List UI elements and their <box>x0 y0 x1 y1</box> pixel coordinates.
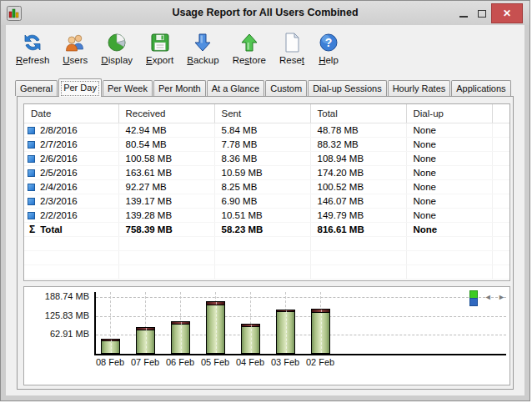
table-row[interactable]: 2/5/2016163.61 MB10.59 MB174.20 MBNone <box>24 165 509 179</box>
tab-general[interactable]: General <box>15 80 58 96</box>
total-cell: 48.78 MB <box>310 123 406 137</box>
usage-bar <box>206 301 225 354</box>
legend-sent-swatch[interactable] <box>469 298 478 306</box>
backup-button[interactable]: Backup <box>180 29 225 68</box>
tabstrip: General Per Day Per Week Per Month At a … <box>15 78 515 97</box>
restore-button[interactable]: Restore <box>226 29 273 68</box>
tab-per-month[interactable]: Per Month <box>153 80 206 96</box>
header-total[interactable]: Total <box>310 104 406 123</box>
header-date[interactable]: Date <box>24 104 118 123</box>
empty-cell <box>310 250 406 264</box>
tab-at-a-glance[interactable]: At a Glance <box>207 80 264 96</box>
usage-bar <box>241 324 260 354</box>
close-button[interactable]: ✕ <box>491 3 523 23</box>
tab-dial-up-sessions[interactable]: Dial-up Sessions <box>308 80 387 96</box>
bar-center-line <box>111 340 112 353</box>
sent-cell: 10.59 MB <box>214 165 310 179</box>
date-text: 2/3/2016 <box>40 196 78 206</box>
x-axis-label: 03 Feb <box>267 357 304 367</box>
scroll-right-button[interactable]: ► <box>498 293 505 301</box>
close-icon: ✕ <box>503 8 511 19</box>
blue-square-icon <box>28 127 35 134</box>
usage-table: Date Received Sent Total Dial-up 2/8/201… <box>24 104 509 280</box>
header-sent[interactable]: Sent <box>214 104 310 123</box>
bar-center-line <box>216 302 217 353</box>
filler-cell <box>492 165 509 179</box>
date-text: 2/2/2016 <box>40 210 78 220</box>
help-button[interactable]: ? Help <box>311 29 346 68</box>
table-total-row[interactable]: ΣTotal758.39 MB58.23 MB816.61 MBNone <box>24 222 509 236</box>
empty-cell <box>24 250 118 264</box>
total-cell: 146.07 MB <box>310 194 406 208</box>
window-controls: ✕ <box>454 3 523 23</box>
backup-icon <box>192 32 213 53</box>
total-cell: 108.94 MB <box>310 151 406 165</box>
x-axis-label: 07 Feb <box>127 357 163 367</box>
table-row[interactable]: 2/3/2016139.17 MB6.90 MB146.07 MBNone <box>24 194 509 208</box>
tab-per-day[interactable]: Per Day <box>58 78 102 97</box>
toolbar-label: Backup <box>187 55 218 65</box>
blue-square-icon <box>28 212 35 219</box>
display-button[interactable]: Display <box>94 29 139 68</box>
x-axis-label: 08 Feb <box>92 357 128 367</box>
toolbar-label: Reset <box>279 55 304 65</box>
header-dialup[interactable]: Dial-up <box>406 104 492 123</box>
toolbar-label: Help <box>319 55 339 65</box>
dialup-cell: None <box>406 123 492 137</box>
refresh-button[interactable]: Refresh <box>9 29 56 68</box>
empty-cell <box>310 236 406 250</box>
sent-cell: 5.84 MB <box>214 123 310 137</box>
date-text: 2/6/2016 <box>40 154 78 164</box>
usage-table-panel: Date Received Sent Total Dial-up 2/8/201… <box>23 103 510 281</box>
tab-applications[interactable]: Applications <box>451 80 510 96</box>
table-row[interactable]: 2/4/201692.27 MB8.25 MB100.52 MBNone <box>24 179 509 194</box>
table-row[interactable]: 2/7/201680.54 MB7.78 MB88.32 MBNone <box>24 137 509 151</box>
minimize-button[interactable] <box>454 3 473 23</box>
toolbar: Refresh Users Display <box>9 29 521 76</box>
maximize-button[interactable] <box>473 3 491 23</box>
total-cell: 100.52 MB <box>310 179 406 194</box>
table-row[interactable]: 2/6/2016100.58 MB8.36 MB108.94 MBNone <box>24 151 509 165</box>
y-gridline <box>96 335 506 335</box>
client-area: Refresh Users Display <box>6 25 524 395</box>
refresh-icon <box>22 32 43 53</box>
tab-hourly-rates[interactable]: Hourly Rates <box>388 80 451 96</box>
reset-button[interactable]: Reset <box>273 29 311 68</box>
toolbar-label: Refresh <box>16 55 49 65</box>
usage-bar <box>171 321 190 354</box>
y-gridline <box>96 316 506 317</box>
scroll-left-button[interactable]: ◄ <box>484 293 492 301</box>
usage-table-body: 2/8/201642.94 MB5.84 MB48.78 MBNone2/7/2… <box>24 123 509 279</box>
sum-icon: Σ <box>29 224 35 235</box>
empty-cell <box>492 250 509 264</box>
filler-cell <box>492 194 509 208</box>
tab-custom[interactable]: Custom <box>265 80 307 96</box>
empty-cell <box>118 250 214 264</box>
dialup-cell: None <box>406 208 492 222</box>
filler-cell <box>492 123 509 137</box>
header-received[interactable]: Received <box>118 104 214 123</box>
x-axis-label: 04 Feb <box>232 357 269 367</box>
chart-legend <box>469 290 478 306</box>
tab-per-week[interactable]: Per Week <box>103 80 153 96</box>
toolbar-label: Export <box>146 55 173 65</box>
total-cell: 149.79 MB <box>310 208 406 222</box>
date-text: 2/7/2016 <box>40 139 78 149</box>
users-button[interactable]: Users <box>56 29 94 68</box>
received-cell: 92.27 MB <box>118 179 214 194</box>
table-row[interactable]: 2/8/201642.94 MB5.84 MB48.78 MBNone <box>24 123 509 137</box>
window: Usage Report for All Users Combined ✕ Re… <box>0 0 530 401</box>
header-filler <box>492 104 509 123</box>
empty-row <box>24 264 509 279</box>
y-axis-label: 188.74 MB <box>29 291 89 301</box>
y-axis-line <box>94 292 96 355</box>
toolbar-label: Display <box>101 55 133 65</box>
toolbar-label: Restore <box>233 55 266 65</box>
table-row[interactable]: 2/2/2016139.28 MB10.51 MB149.79 MBNone <box>24 208 509 222</box>
usage-bar <box>136 327 155 354</box>
titlebar: Usage Report for All Users Combined ✕ <box>1 1 529 25</box>
help-icon: ? <box>318 32 339 53</box>
sent-cell: 8.36 MB <box>214 151 310 165</box>
y-axis-label: 62.91 MB <box>29 329 89 339</box>
export-button[interactable]: Export <box>139 29 180 68</box>
